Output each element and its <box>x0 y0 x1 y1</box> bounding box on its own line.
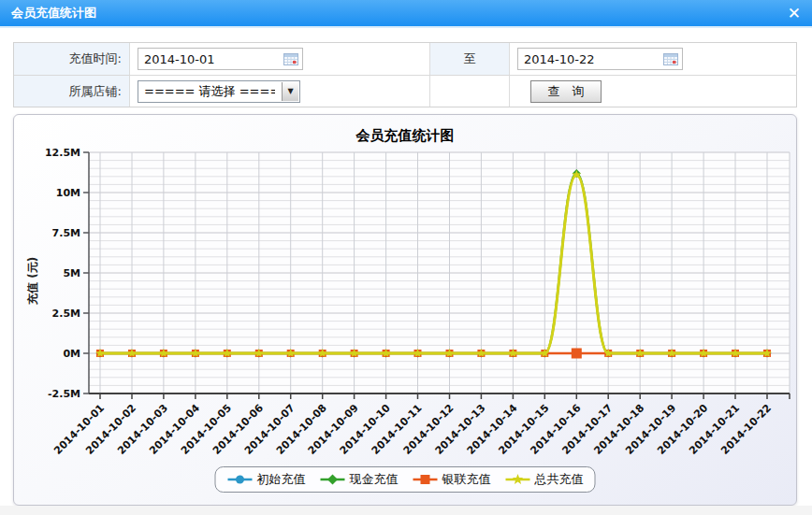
start-date-cell <box>130 43 430 75</box>
legend-item[interactable]: 银联充值 <box>413 471 491 488</box>
form-row-shop: 所属店铺: ===== 请选择 ===== ▼ 查 询 <box>14 75 796 107</box>
svg-text:5M: 5M <box>63 267 80 279</box>
to-label: 至 <box>430 43 510 75</box>
shop-select-cell: ===== 请选择 ===== ▼ <box>130 76 430 107</box>
legend-item[interactable]: 现金充值 <box>320 471 399 488</box>
svg-text:2.5M: 2.5M <box>52 308 80 320</box>
recharge-time-label: 充值时间: <box>14 43 130 75</box>
legend-label: 总共充值 <box>535 471 584 488</box>
svg-text:10M: 10M <box>56 187 80 199</box>
close-icon[interactable]: ✕ <box>788 6 801 21</box>
square-marker-icon <box>413 473 439 486</box>
query-button[interactable]: 查 询 <box>530 80 602 103</box>
form-row-dates: 充值时间: 至 <box>14 43 796 75</box>
svg-text:0M: 0M <box>63 348 80 360</box>
svg-text:7.5M: 7.5M <box>52 227 80 239</box>
circle-marker-icon <box>227 473 254 486</box>
empty-cell <box>430 76 510 107</box>
shop-select[interactable]: ===== 请选择 ===== ▼ <box>138 80 300 103</box>
legend-label: 现金充值 <box>350 471 399 488</box>
calendar-icon[interactable] <box>283 52 298 65</box>
star-marker-icon <box>505 473 531 486</box>
end-date-input[interactable] <box>517 48 683 70</box>
diamond-marker-icon <box>320 473 346 486</box>
shop-select-value: ===== 请选择 ===== <box>144 81 275 102</box>
chart-plot: -2.5M0M2.5M5M7.5M10M12.5M2014-10-012014-… <box>14 115 796 505</box>
calendar-icon[interactable] <box>663 52 678 65</box>
chart-panel: 会员充值统计图 充值 (元) -2.5M0M2.5M5M7.5M10M12.5M… <box>13 114 797 506</box>
legend-label: 银联充值 <box>442 471 491 488</box>
svg-text:12.5M: 12.5M <box>45 147 80 159</box>
dialog-titlebar: 会员充值统计图 ✕ <box>0 0 812 28</box>
legend-label: 初始充值 <box>257 471 306 488</box>
end-date-cell <box>510 43 796 75</box>
dialog-title: 会员充值统计图 <box>11 5 788 21</box>
svg-text:-2.5M: -2.5M <box>48 388 80 400</box>
query-cell: 查 询 <box>510 76 796 107</box>
chevron-down-icon[interactable]: ▼ <box>282 82 298 101</box>
legend-item[interactable]: 初始充值 <box>227 471 306 488</box>
query-form: 充值时间: 至 <box>13 42 797 107</box>
member-recharge-dialog: 会员充值统计图 ✕ 充值时间: <box>0 0 812 515</box>
shop-label: 所属店铺: <box>14 76 130 107</box>
legend-item[interactable]: 总共充值 <box>505 471 584 488</box>
start-date-input[interactable] <box>138 48 303 70</box>
chart-legend: 初始充值现金充值银联充值总共充值 <box>215 466 596 493</box>
page-background-strip <box>0 506 812 515</box>
